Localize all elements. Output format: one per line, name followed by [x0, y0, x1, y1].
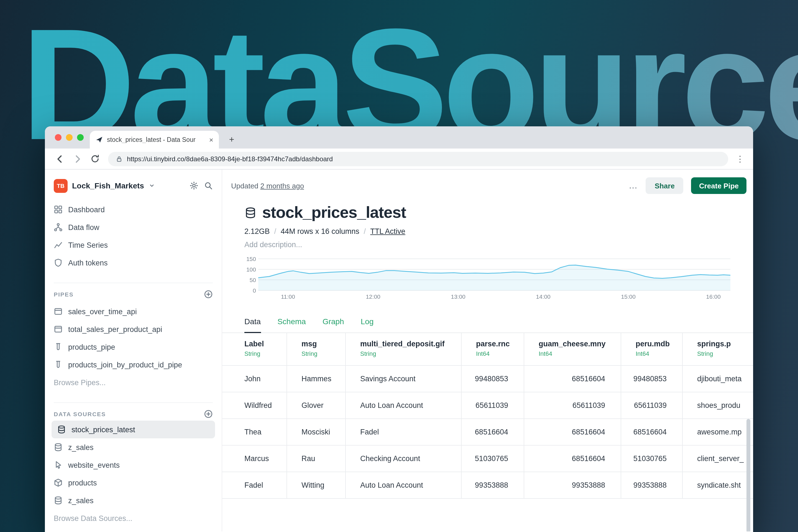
tab-schema[interactable]: Schema [277, 317, 306, 332]
table-cell: 99353888 [462, 472, 524, 498]
app-content: TB Lock_Fish_Markets DashboardData flowT… [45, 170, 753, 531]
table-row: WildfredGloverAuto Loan Account656110396… [222, 392, 753, 419]
browser-tab[interactable]: stock_prices_latest - Data Sour × [90, 131, 219, 149]
browser-menu-icon[interactable]: ⋮ [736, 155, 744, 163]
url-bar[interactable]: https://ui.tinybird.co/8dae6a-8309-84je-… [108, 152, 728, 166]
browse-pipes-label: Browse Pipes... [54, 378, 106, 386]
sidebar-item-z-sales[interactable]: z_sales [45, 492, 222, 509]
table-cell: Marcus [222, 445, 287, 472]
table-cell: 68516604 [524, 445, 621, 472]
table-cell: 65611039 [621, 392, 683, 418]
search-icon[interactable] [204, 181, 213, 190]
table-row: JohnHammesSavings Account994808536851660… [222, 366, 753, 392]
sidebar-divider [54, 283, 213, 283]
datasources-section-title: DATA SOURCES [54, 411, 106, 417]
sidebar-item-products-join-by-product-id-pipe[interactable]: products_join_by_product_id_pipe [45, 356, 222, 374]
table-row: TheaMosciskiFadel68516604685166046851660… [222, 419, 753, 445]
y-tick-label: 100 [246, 266, 256, 273]
create-pipe-button[interactable]: Create Pipe [691, 177, 746, 194]
column-name: guam_cheese.mny [539, 340, 613, 348]
more-actions-icon[interactable]: … [629, 180, 638, 191]
sidebar-item-time-series[interactable]: Time Series [45, 236, 222, 254]
sidebar-item-browse-data-sources[interactable]: Browse Data Sources... [45, 509, 222, 527]
workspace-name: Lock_Fish_Markets [72, 181, 144, 190]
zoom-window-button[interactable] [77, 134, 84, 141]
lock-icon [116, 155, 122, 162]
column-name: springs.p [697, 340, 753, 348]
column-name: Label [244, 340, 279, 348]
table-cell: Witting [287, 472, 346, 498]
column-header-label[interactable]: LabelString [222, 333, 287, 365]
database-icon [54, 496, 63, 505]
sidebar-item-browse-pipes[interactable]: Browse Pipes... [45, 374, 222, 391]
table-cell: Fadel [222, 472, 287, 498]
close-window-button[interactable] [55, 134, 61, 141]
settings-gear-icon[interactable] [190, 181, 198, 190]
add-datasource-icon[interactable] [204, 410, 213, 418]
sidebar-item-stock-prices-latest[interactable]: stock_prices_latest [52, 421, 215, 438]
column-type: Int64 [539, 350, 613, 357]
table-scrollbar[interactable] [746, 419, 750, 531]
updated-link[interactable]: 2 months ago [261, 182, 304, 190]
window-controls [55, 134, 84, 141]
database-icon [57, 425, 66, 434]
table-cell: Hammes [287, 366, 346, 392]
pipe-item-label: products_join_by_product_id_pipe [68, 360, 182, 369]
column-type: String [360, 350, 453, 357]
sidebar-item-sales-over-time-api[interactable]: sales_over_time_api [45, 303, 222, 320]
column-type: String [244, 350, 279, 357]
chart-y-axis: 050100150 [244, 259, 258, 290]
sidebar-item-products[interactable]: products [45, 474, 222, 492]
workspace-selector[interactable]: TB Lock_Fish_Markets [45, 177, 222, 194]
y-tick-label: 150 [246, 255, 256, 262]
sidebar-item-data-flow[interactable]: Data flow [45, 218, 222, 236]
pipes-list: sales_over_time_apitotal_sales_per_produ… [45, 303, 222, 391]
column-type: Int64 [476, 350, 516, 357]
new-tab-button[interactable]: + [227, 135, 236, 145]
datasource-icon [244, 206, 256, 218]
share-button[interactable]: Share [646, 177, 684, 194]
column-header-parse-rnc[interactable]: parse.rncInt64 [462, 333, 524, 365]
sidebar-item-z-sales[interactable]: z_sales [45, 438, 222, 456]
table-cell: 99353888 [621, 472, 683, 498]
title-row: stock_prices_latest [244, 203, 753, 222]
tab-close-icon[interactable]: × [208, 135, 214, 144]
reload-button[interactable] [90, 154, 100, 164]
column-header-guam-cheese-mny[interactable]: guam_cheese.mnyInt64 [524, 333, 621, 365]
nav-item-label: Time Series [68, 241, 108, 249]
cursor-icon [54, 460, 63, 469]
table-cell: Checking Account [346, 445, 462, 472]
datasource-item-label: z_sales [68, 443, 94, 451]
forward-button[interactable] [73, 154, 82, 164]
browse-datasources-label: Browse Data Sources... [54, 514, 132, 522]
column-header-multi-tiered-deposit-gif[interactable]: multi_tiered_deposit.gifString [346, 333, 462, 365]
column-name: parse.rnc [476, 340, 516, 348]
sidebar-item-products-pipe[interactable]: products_pipe [45, 338, 222, 356]
column-type: String [697, 350, 753, 357]
column-header-springs-p[interactable]: springs.pString [683, 333, 753, 365]
sidebar-item-dashboard[interactable]: Dashboard [45, 201, 222, 218]
nav-item-label: Dashboard [68, 205, 105, 214]
column-header-msg[interactable]: msgString [287, 333, 346, 365]
ttl-link[interactable]: TTL Active [370, 227, 405, 235]
table-cell: Wildfred [222, 392, 287, 418]
sidebar-item-total-sales-per-product-api[interactable]: total_sales_per_product_api [45, 320, 222, 338]
stat-separator: / [274, 227, 277, 235]
description-placeholder[interactable]: Add description... [244, 241, 753, 249]
sidebar-item-auth-tokens[interactable]: Auth tokens [45, 254, 222, 271]
tab-graph[interactable]: Graph [323, 317, 344, 332]
table-cell: shoes_produ [683, 392, 753, 418]
datasources-list: stock_prices_latestz_saleswebsite_events… [45, 421, 222, 527]
tab-data[interactable]: Data [244, 317, 261, 332]
tab-log[interactable]: Log [361, 317, 374, 332]
table-cell: John [222, 366, 287, 392]
minimize-window-button[interactable] [66, 134, 73, 141]
add-pipe-icon[interactable] [204, 290, 213, 299]
back-button[interactable] [55, 154, 65, 164]
column-header-peru-mdb[interactable]: peru.mdbInt64 [621, 333, 683, 365]
rows-stat: 44M rows x 16 columns [281, 227, 359, 235]
sidebar-item-website-events[interactable]: website_events [45, 456, 222, 474]
table-cell: djibouti_meta [683, 366, 753, 392]
x-tick-label: 16:00 [701, 293, 726, 300]
table-row: FadelWittingAuto Loan Account99353888993… [222, 472, 753, 499]
